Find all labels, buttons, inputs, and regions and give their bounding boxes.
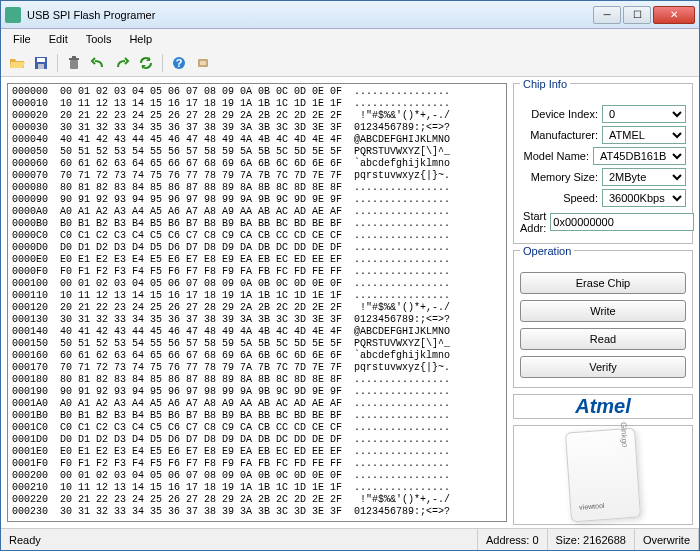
svg-rect-1 [37,58,45,62]
menu-tools[interactable]: Tools [78,31,120,47]
startaddr-label: Start Addr: [520,210,550,234]
erase-chip-button[interactable]: Erase Chip [520,272,686,294]
device-brand: Ginkgo [618,422,629,448]
maximize-button[interactable]: ☐ [623,6,651,24]
status-address-label: Address: [486,534,529,546]
menu-help[interactable]: Help [121,31,160,47]
device-index-label: Device Index: [520,108,602,120]
app-icon [5,7,21,23]
status-address-value: 0 [532,534,538,546]
verify-button[interactable]: Verify [520,356,686,378]
status-mode: Overwrite [635,529,699,550]
open-icon[interactable] [7,53,27,73]
delete-icon[interactable] [64,53,84,73]
status-size-value: 2162688 [583,534,626,546]
device-sublabel: viewtool [579,502,605,511]
window-title: USB SPI Flash Programer [27,9,593,21]
manufacturer-select[interactable]: ATMEL [602,126,686,144]
read-button[interactable]: Read [520,328,686,350]
memory-label: Memory Size: [520,171,602,183]
status-ready: Ready [1,529,478,550]
separator [162,54,163,72]
minimize-button[interactable]: ─ [593,6,621,24]
undo-icon[interactable] [88,53,108,73]
hex-editor[interactable]: 000000 00 01 02 03 04 05 06 07 08 09 0A … [7,83,507,522]
help-icon[interactable]: ? [169,53,189,73]
device-image-box: Ginkgo viewtool [513,425,693,525]
status-size-label: Size: [556,534,580,546]
write-button[interactable]: Write [520,300,686,322]
memory-select[interactable]: 2MByte [602,168,686,186]
device-image: Ginkgo viewtool [565,428,641,523]
startaddr-input[interactable] [550,213,694,231]
manufacturer-logo-box: Atmel [513,394,693,419]
save-icon[interactable] [31,53,51,73]
separator [57,54,58,72]
svg-rect-5 [72,56,76,58]
tool-bar: ? [1,49,699,77]
operation-group: Operation Erase Chip Write Read Verify [513,250,693,388]
atmel-logo: Atmel [575,395,631,418]
refresh-icon[interactable] [136,53,156,73]
svg-rect-4 [69,58,79,60]
operation-title: Operation [520,245,574,257]
device-index-select[interactable]: 0 [602,105,686,123]
menu-edit[interactable]: Edit [41,31,76,47]
speed-select[interactable]: 36000Kbps [602,189,686,207]
redo-icon[interactable] [112,53,132,73]
svg-text:?: ? [176,57,183,69]
close-button[interactable]: ✕ [653,6,695,24]
title-bar: USB SPI Flash Programer ─ ☐ ✕ [1,1,699,29]
hex-content: 000000 00 01 02 03 04 05 06 07 08 09 0A … [8,84,506,520]
menu-file[interactable]: File [5,31,39,47]
manufacturer-label: Manufacturer: [520,129,602,141]
status-bar: Ready Address: 0 Size: 2162688 Overwrite [1,528,699,550]
chip-info-group: Chip Info Device Index:0 Manufacturer:AT… [513,83,693,244]
svg-rect-9 [200,61,206,65]
svg-rect-2 [38,64,44,69]
chip-info-title: Chip Info [520,78,570,90]
svg-rect-3 [70,60,78,69]
config-icon[interactable] [193,53,213,73]
speed-label: Speed: [520,192,602,204]
menu-bar: File Edit Tools Help [1,29,699,49]
model-label: Model Name: [520,150,593,162]
model-select[interactable]: AT45DB161B [593,147,686,165]
